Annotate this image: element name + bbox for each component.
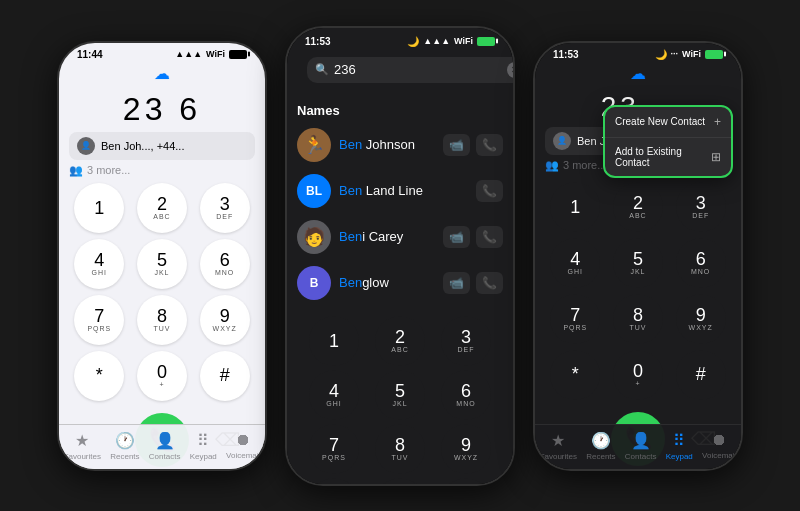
tab-favourites-3[interactable]: ★ Favourites (540, 431, 577, 461)
keypad-icon-1: ⠿ (197, 431, 209, 450)
more-contacts-1[interactable]: 👥 3 more... (69, 164, 255, 177)
search-container-2: 🔍 ✕ Cancel (287, 53, 513, 99)
key-5[interactable]: 5JKL (137, 239, 187, 289)
key3-3[interactable]: 3DEF (676, 182, 726, 232)
key2-9[interactable]: 9WXYZ (441, 424, 491, 474)
video-call-ben-johnson[interactable]: 📹 (443, 134, 470, 156)
call-ben-carey[interactable]: 📞 (476, 226, 503, 248)
status-icons-2: 🌙 ▲▲▲ WiFi (407, 36, 495, 47)
key3-9[interactable]: 9WXYZ (676, 294, 726, 344)
status-bar-1: 11:44 ▲▲▲ WiFi (59, 43, 265, 62)
voicemail-icon-3: ⏺ (711, 431, 727, 449)
call-benglow[interactable]: 📞 (476, 272, 503, 294)
key3-5[interactable]: 5JKL (613, 238, 663, 288)
key2-5[interactable]: 5JKL (375, 370, 425, 420)
tab-keypad-3[interactable]: ⠿ Keypad (666, 431, 693, 461)
status-icons-3: 🌙 ··· WiFi (655, 49, 723, 60)
key3-star[interactable]: * (550, 350, 600, 400)
key-4[interactable]: 4GHI (74, 239, 124, 289)
key-2[interactable]: 2ABC (137, 183, 187, 233)
video-call-benglow[interactable]: 📹 (443, 272, 470, 294)
key-1[interactable]: 1 (74, 183, 124, 233)
video-call-ben-carey[interactable]: 📹 (443, 226, 470, 248)
favourites-icon-1: ★ (75, 431, 89, 450)
tab-contacts-3[interactable]: 👤 Contacts (625, 431, 657, 461)
call-ben-johnson[interactable]: 📞 (476, 134, 503, 156)
tab-contacts-1[interactable]: 👤 Contacts (149, 431, 181, 461)
key-6[interactable]: 6MNO (200, 239, 250, 289)
contact-actions-ben-johnson: 📹 📞 (443, 134, 503, 156)
key-star[interactable]: * (74, 351, 124, 401)
key-0[interactable]: 0+ (137, 351, 187, 401)
wifi-icon-3: WiFi (682, 49, 701, 59)
key3-2[interactable]: 2ABC (613, 182, 663, 232)
avatar-ben-landline: BL (297, 174, 331, 208)
contact-item-ben-johnson[interactable]: 🏃 Ben Johnson 📹 📞 (287, 122, 513, 168)
key-hash[interactable]: # (200, 351, 250, 401)
contact-item-ben-landline[interactable]: BL Ben Land Line 📞 (287, 168, 513, 214)
key3-7[interactable]: 7PQRS (550, 294, 600, 344)
keypad-3: 1 2ABC 3DEF 4GHI 5JKL 6MNO 7PQRS 8TUV 9W… (535, 182, 741, 400)
search-input-2[interactable] (334, 62, 502, 77)
key2-6[interactable]: 6MNO (441, 370, 491, 420)
moon-icon-3: 🌙 (655, 49, 667, 60)
keypad-icon-3: ⠿ (673, 431, 685, 450)
contacts-icon-3: 👤 (631, 431, 651, 450)
voicemail-label-3: Voicemail (702, 451, 736, 460)
keypad-1: 1 2ABC 3DEF 4GHI 5JKL 6MNO 7PQRS 8TUV 9W… (59, 183, 265, 401)
recents-label-3: Recents (586, 452, 615, 461)
tab-keypad-1[interactable]: ⠿ Keypad (190, 431, 217, 461)
keypad-label-3: Keypad (666, 452, 693, 461)
contacts-label-3: Contacts (625, 452, 657, 461)
key2-8[interactable]: 8TUV (375, 424, 425, 474)
contact-avatar-sm-3: 👤 (553, 132, 571, 150)
wifi-icon-2: WiFi (454, 36, 473, 46)
key-7[interactable]: 7PQRS (74, 295, 124, 345)
contact-item-benglow[interactable]: B Benglow 📹 📞 (287, 260, 513, 306)
tab-recents-1[interactable]: 🕐 Recents (110, 431, 139, 461)
key2-3[interactable]: 3DEF (441, 316, 491, 366)
key-8[interactable]: 8TUV (137, 295, 187, 345)
contact-suggestion-1[interactable]: 👤 Ben Joh..., +44... (69, 132, 255, 160)
key-3[interactable]: 3DEF (200, 183, 250, 233)
keypad-label-1: Keypad (190, 452, 217, 461)
key3-8[interactable]: 8TUV (613, 294, 663, 344)
key-9[interactable]: 9WXYZ (200, 295, 250, 345)
tab-voicemail-3[interactable]: ⏺ Voicemail (702, 431, 736, 460)
moon-icon-2: 🌙 (407, 36, 419, 47)
key2-0[interactable]: 0 (375, 478, 425, 486)
search-bar-2[interactable]: 🔍 ✕ (307, 57, 515, 83)
search-icon-2: 🔍 (315, 63, 329, 76)
names-section-2: Names (287, 99, 513, 122)
key2-sym[interactable]: * + # (309, 478, 359, 486)
key3-1[interactable]: 1 (550, 182, 600, 232)
recents-icon-1: 🕐 (115, 431, 135, 450)
contact-bar-text-1: Ben Joh..., +44... (101, 140, 247, 152)
key3-0[interactable]: 0+ (613, 350, 663, 400)
key2-7[interactable]: 7PQRS (309, 424, 359, 474)
contact-name-ben-carey: Beni Carey (339, 229, 435, 244)
key2-del[interactable]: ⌫ (441, 478, 491, 486)
create-new-contact-item[interactable]: Create New Contact + (605, 107, 731, 137)
clear-search-button-2[interactable]: ✕ (507, 62, 515, 78)
key2-2[interactable]: 2ABC (375, 316, 425, 366)
contact-actions-ben-carey: 📹 📞 (443, 226, 503, 248)
voicemail-icon-1: ⏺ (235, 431, 251, 449)
tab-favourites-1[interactable]: ★ Favourites (64, 431, 101, 461)
tab-recents-3[interactable]: 🕐 Recents (586, 431, 615, 461)
contact-actions-ben-landline: 📞 (476, 180, 503, 202)
avatar-ben-carey: 🧑 (297, 220, 331, 254)
call-ben-landline[interactable]: 📞 (476, 180, 503, 202)
contact-item-ben-carey[interactable]: 🧑 Beni Carey 📹 📞 (287, 214, 513, 260)
recents-label-1: Recents (110, 452, 139, 461)
battery-icon-2 (477, 37, 495, 46)
add-to-existing-contact-item[interactable]: Add to Existing Contact ⊞ (605, 137, 731, 176)
phone-1: 11:44 ▲▲▲ WiFi ☁ 23 6 👤 Ben Joh..., +44.… (57, 41, 267, 471)
key3-hash[interactable]: # (676, 350, 726, 400)
key3-6[interactable]: 6MNO (676, 238, 726, 288)
key2-1[interactable]: 1 (309, 316, 359, 366)
tab-voicemail-1[interactable]: ⏺ Voicemail (226, 431, 260, 460)
status-icons-1: ▲▲▲ WiFi (175, 49, 247, 59)
key2-4[interactable]: 4GHI (309, 370, 359, 420)
key3-4[interactable]: 4GHI (550, 238, 600, 288)
